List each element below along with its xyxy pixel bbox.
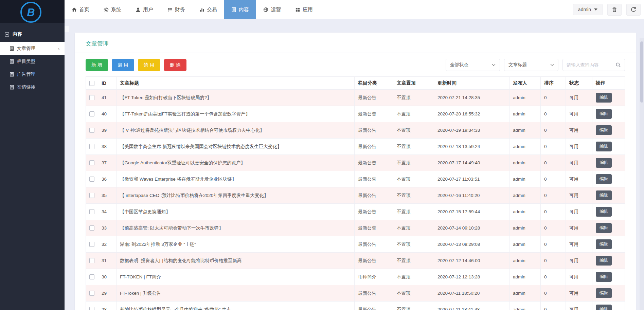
- row-updated-cell: 2020-07-15 17:59:44: [434, 204, 509, 220]
- row-status-cell: 可用: [566, 155, 592, 171]
- row-title-cell: 【美国数字商会主席:新冠疫情以来美国国会对区块链技术的态度发生巨大变化】: [117, 139, 355, 155]
- row-publisher-cell: admin: [509, 90, 541, 106]
- edit-button[interactable]: 编辑: [596, 174, 612, 184]
- search-input[interactable]: [567, 62, 615, 68]
- row-actions-cell: 编辑: [592, 302, 625, 310]
- edit-button[interactable]: 编辑: [596, 190, 612, 200]
- row-checkbox[interactable]: [89, 258, 94, 263]
- row-id-cell: 31: [98, 253, 117, 269]
- trash-button[interactable]: [607, 4, 622, 16]
- row-checkbox[interactable]: [89, 95, 94, 100]
- nav-label: 财务: [175, 6, 185, 13]
- nav-trade[interactable]: 交易: [192, 0, 224, 19]
- row-checkbox[interactable]: [89, 291, 94, 296]
- row-checkbox[interactable]: [89, 144, 94, 149]
- row-checkbox[interactable]: [89, 209, 94, 214]
- enable-button[interactable]: 启 用: [112, 59, 134, 71]
- search-icon[interactable]: [615, 62, 621, 68]
- row-top-cell: 不置顶: [393, 204, 434, 220]
- nav-operations[interactable]: 运营: [256, 0, 288, 19]
- row-top-cell: 不置顶: [393, 187, 434, 204]
- edit-button[interactable]: 编辑: [596, 305, 612, 310]
- select-all-checkbox[interactable]: [89, 81, 94, 86]
- user-menu-label: admin: [578, 7, 591, 12]
- edit-button[interactable]: 编辑: [596, 288, 612, 298]
- field-select[interactable]: 文章标题: [504, 59, 558, 71]
- edit-button[interactable]: 编辑: [596, 93, 612, 103]
- table-row: 38 【美国数字商会主席:新冠疫情以来美国国会对区块链技术的态度发生巨大变化】 …: [86, 139, 625, 155]
- edit-button[interactable]: 编辑: [596, 223, 612, 233]
- row-updated-cell: 2020-07-12 12:13:28: [434, 269, 509, 285]
- row-category-cell: 最新公告: [355, 155, 393, 171]
- row-checkbox[interactable]: [89, 225, 94, 231]
- user-menu-button[interactable]: admin: [573, 4, 603, 15]
- edit-button[interactable]: 编辑: [596, 207, 612, 217]
- row-checkbox[interactable]: [89, 242, 94, 247]
- edit-button[interactable]: 编辑: [596, 158, 612, 168]
- col-status: 状态: [566, 77, 592, 90]
- edit-button[interactable]: 编辑: [596, 109, 612, 119]
- row-id-cell: 30: [98, 269, 117, 285]
- articles-table: ID 文章标题 栏目分类 文章置顶 更新时间 发布人 排序 状态 操作 41 【…: [86, 76, 625, 310]
- row-id-cell: 33: [98, 220, 117, 236]
- edit-button[interactable]: 编辑: [596, 239, 612, 249]
- row-checkbox[interactable]: [89, 274, 94, 279]
- vertical-scrollbar[interactable]: [640, 38, 644, 310]
- nav-label: 系统: [111, 6, 121, 13]
- nav-label: 运营: [271, 6, 281, 13]
- col-category: 栏目分类: [355, 77, 393, 90]
- row-checkbox[interactable]: [89, 177, 94, 182]
- globe-icon: [263, 7, 268, 12]
- nav-apps[interactable]: 应用: [288, 0, 320, 19]
- nav-finance[interactable]: 财务: [160, 0, 192, 19]
- status-select[interactable]: 全部状态: [446, 59, 500, 71]
- grid-icon: [295, 7, 300, 12]
- edit-button[interactable]: 编辑: [596, 272, 612, 282]
- row-title-cell: 【微软和 Waves Enterprise 将在俄罗斯开发企业区块链】: [117, 171, 355, 187]
- row-checkbox-cell: [86, 155, 98, 171]
- row-status-cell: 可用: [566, 302, 592, 310]
- nav-user[interactable]: 用户: [128, 0, 160, 19]
- logout-icon: [631, 7, 636, 12]
- add-button[interactable]: 新 增: [86, 59, 108, 71]
- row-publisher-cell: admin: [509, 253, 541, 269]
- nav-system[interactable]: 系统: [96, 0, 128, 19]
- sidebar-item-article-management[interactable]: 文章管理 ›: [0, 42, 65, 55]
- disable-button[interactable]: 禁 用: [138, 59, 160, 71]
- row-checkbox[interactable]: [89, 160, 94, 165]
- scrollbar-thumb[interactable]: [640, 41, 643, 103]
- row-checkbox[interactable]: [89, 111, 94, 116]
- row-updated-cell: 2020-07-14 09:10:28: [434, 220, 509, 236]
- nav-home[interactable]: 首页: [65, 0, 96, 19]
- row-checkbox[interactable]: [89, 307, 94, 310]
- row-sort-cell: 0: [541, 269, 566, 285]
- table-row: 35 【 interlapase CEO :预计比特币价格将在2020年第四季度…: [86, 187, 625, 204]
- row-checkbox[interactable]: [89, 128, 94, 133]
- row-id-cell: 28: [98, 302, 117, 310]
- row-actions-cell: 编辑: [592, 269, 625, 285]
- logout-button[interactable]: [626, 4, 641, 16]
- row-category-cell: 最新公告: [355, 106, 393, 122]
- edit-button[interactable]: 编辑: [596, 125, 612, 135]
- sidebar-item-ad-management[interactable]: 广告管理: [0, 68, 65, 81]
- row-publisher-cell: admin: [509, 269, 541, 285]
- sidebar-item-label: 广告管理: [17, 71, 35, 77]
- sidebar-item-friend-links[interactable]: 友情链接: [0, 81, 65, 94]
- row-id-cell: 40: [98, 106, 117, 122]
- row-sort-cell: 0: [541, 106, 566, 122]
- row-updated-cell: 2020-07-11 18:41:48: [434, 302, 509, 310]
- row-status-cell: 可用: [566, 236, 592, 253]
- row-checkbox-cell: [86, 90, 98, 106]
- edit-button[interactable]: 编辑: [596, 256, 612, 266]
- col-actions: 操作: [592, 77, 625, 90]
- row-actions-cell: 编辑: [592, 253, 625, 269]
- row-actions-cell: 编辑: [592, 171, 625, 187]
- nav-content[interactable]: 内容: [224, 0, 256, 19]
- sidebar-item-column-type[interactable]: 栏目类型: [0, 55, 65, 68]
- row-updated-cell: 2020-07-21 14:28:35: [434, 90, 509, 106]
- delete-button[interactable]: 删 除: [164, 59, 186, 71]
- sidebar-collapse-handle[interactable]: [65, 26, 69, 32]
- row-checkbox[interactable]: [89, 193, 94, 198]
- row-sort-cell: 0: [541, 139, 566, 155]
- edit-button[interactable]: 编辑: [596, 142, 612, 151]
